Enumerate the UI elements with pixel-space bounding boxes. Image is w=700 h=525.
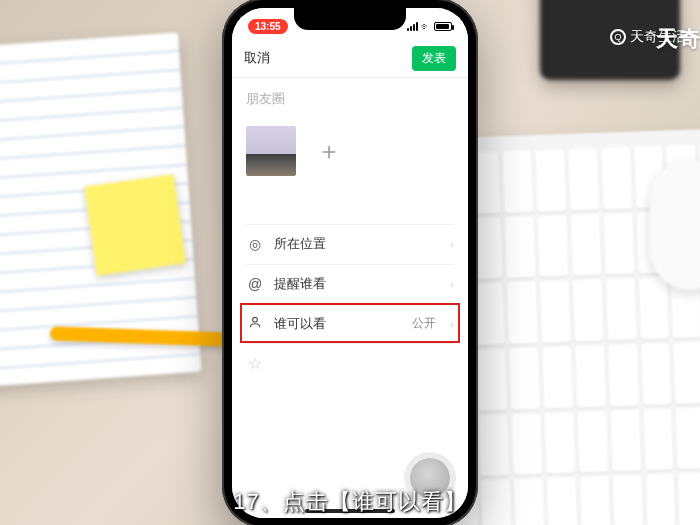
tutorial-caption: 17、点击【谁可以看】 xyxy=(0,487,700,517)
cancel-button[interactable]: 取消 xyxy=(244,49,270,67)
compose-content: 朋友圈 ＋ ◎ 所在位置 › @ 提醒谁看 › xyxy=(232,78,468,518)
option-label: 所在位置 xyxy=(274,235,436,253)
star-icon: ☆ xyxy=(248,354,262,373)
option-mention[interactable]: @ 提醒谁看 › xyxy=(246,264,454,304)
media-thumbnail[interactable] xyxy=(246,126,296,176)
status-time: 13:55 xyxy=(248,19,288,34)
chevron-right-icon: › xyxy=(450,278,454,290)
option-label: 谁可以看 xyxy=(274,315,402,333)
watermark-side: 天奇 xyxy=(656,24,700,54)
option-visibility[interactable]: 谁可以看 公开 › xyxy=(246,304,454,344)
option-label: 提醒谁看 xyxy=(274,275,436,293)
signal-icon xyxy=(407,22,418,31)
mention-icon: @ xyxy=(246,276,264,292)
phone-screen: 13:55 ᯤ 取消 发表 朋友圈 ＋ ◎ 所在位置 xyxy=(232,8,468,518)
media-row: ＋ xyxy=(246,126,454,176)
option-list: ◎ 所在位置 › @ 提醒谁看 › 谁可以看 公开 › xyxy=(246,224,454,344)
wifi-icon: ᯤ xyxy=(421,21,431,32)
desk-mouse xyxy=(650,160,700,290)
watermark-icon: Q xyxy=(610,29,626,45)
plus-icon: ＋ xyxy=(317,135,341,167)
favorite-row[interactable]: ☆ xyxy=(246,344,454,384)
add-media-button[interactable]: ＋ xyxy=(304,126,354,176)
battery-icon xyxy=(434,22,452,31)
chevron-right-icon: › xyxy=(450,318,454,330)
phone-notch xyxy=(294,8,406,30)
chevron-right-icon: › xyxy=(450,238,454,250)
status-right: ᯤ xyxy=(407,21,452,32)
post-button[interactable]: 发表 xyxy=(412,46,456,71)
compose-textarea[interactable]: 朋友圈 xyxy=(246,90,454,108)
desk-postit xyxy=(84,174,186,276)
svg-point-0 xyxy=(253,317,258,322)
person-icon xyxy=(246,315,264,332)
phone-frame: 13:55 ᯤ 取消 发表 朋友圈 ＋ ◎ 所在位置 xyxy=(222,0,478,525)
nav-bar: 取消 发表 xyxy=(232,40,468,78)
option-value: 公开 xyxy=(412,315,436,332)
location-icon: ◎ xyxy=(246,236,264,252)
option-location[interactable]: ◎ 所在位置 › xyxy=(246,224,454,264)
